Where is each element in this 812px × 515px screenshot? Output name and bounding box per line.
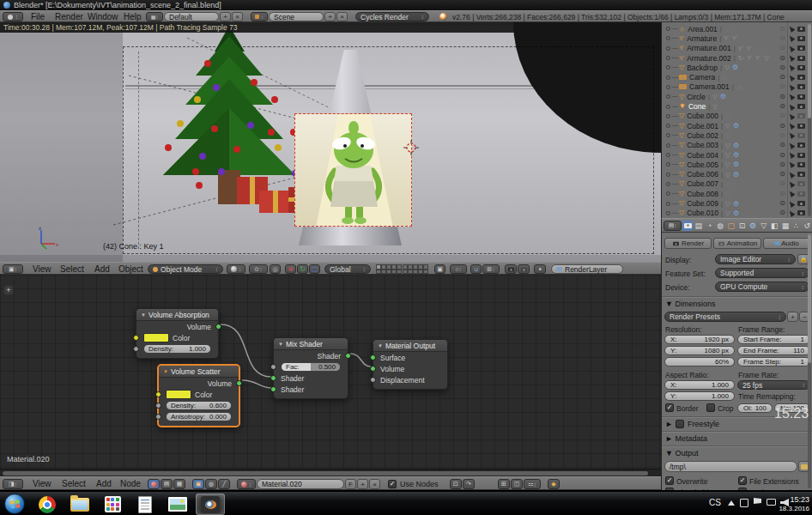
expand-toggle[interactable] — [666, 114, 670, 118]
material-name-field[interactable]: Material.020 — [257, 479, 344, 489]
outliner-item-cube003[interactable]: ▽Cube.003|▽⚙⊙ — [662, 141, 812, 150]
freestyle-panel-header[interactable]: ► — [665, 420, 673, 428]
selectability-icon[interactable] — [787, 64, 795, 71]
scene-add-button[interactable]: + — [324, 12, 336, 21]
menu-file[interactable]: File — [26, 10, 50, 23]
frame-rate-dropdown[interactable]: 25 fps↕ — [737, 380, 810, 390]
metadata-panel-header[interactable]: ► Metadata — [665, 434, 707, 443]
color-swatch[interactable] — [166, 390, 191, 399]
tree-type-shader-button[interactable] — [148, 479, 160, 489]
material-browse-dropdown[interactable]: ↕ — [237, 479, 256, 489]
material-unlink-button[interactable]: × — [369, 479, 380, 489]
outliner-item-camera[interactable]: Camera|◎⊙ — [662, 73, 812, 82]
start-button[interactable] — [4, 494, 25, 514]
tray-language-indicator[interactable]: CS — [709, 498, 721, 507]
node-volume-absorption[interactable]: ▼Volume Absorption Volume Color Density:… — [136, 308, 219, 359]
viewport-3d[interactable]: Time:00:30.28 | Mem:107.12M, Peak:107.12… — [0, 22, 661, 262]
collapse-triangle-icon[interactable]: ▼ — [378, 343, 383, 348]
tab-object-data[interactable]: ▽ — [759, 221, 769, 231]
outliner-item-armature001[interactable]: ϒArmature.001|ϒ ϒ⊙ — [662, 44, 812, 53]
end-frame-slider[interactable]: End Frame:110 — [737, 346, 810, 355]
render-visibility-icon[interactable] — [797, 172, 805, 177]
node-layers-icon[interactable]: ⚏↕ — [524, 479, 541, 489]
snap-node-toggle[interactable]: ⊡ — [450, 479, 462, 489]
dimensions-panel-header[interactable]: ▼ Dimensions — [665, 300, 715, 308]
tray-action-center-icon[interactable] — [740, 499, 748, 507]
anisotropy-slider[interactable]: Anisotropy:0.000 — [166, 412, 232, 421]
scrollbar-handle[interactable] — [3, 471, 648, 476]
manipulator-rotate-button[interactable]: ↻ — [297, 264, 308, 274]
selectability-icon[interactable] — [787, 161, 795, 168]
socket-anisotropy-in[interactable] — [155, 414, 161, 420]
expand-toggle[interactable] — [666, 191, 670, 196]
selectability-icon[interactable] — [787, 209, 795, 217]
expand-toggle[interactable] — [666, 94, 670, 99]
expand-toggle[interactable] — [666, 133, 670, 137]
placeholders-checkbox[interactable]: ✓ — [665, 488, 674, 490]
tray-flag-icon[interactable] — [754, 498, 761, 504]
editor-type-node-button[interactable]: ◨↕ — [3, 479, 23, 489]
eye-icon[interactable]: ⊙ — [779, 26, 785, 33]
expand-toggle[interactable] — [666, 143, 670, 148]
screen-layout-field[interactable]: Default — [164, 12, 219, 21]
node-editor[interactable]: + ▼Volume Absorption Volume Color Densit… — [0, 275, 661, 469]
output-path-field[interactable]: /tmp\ — [664, 461, 797, 472]
socket-displacement-in[interactable] — [370, 377, 376, 383]
expand-toggle[interactable] — [666, 153, 670, 157]
outliner-item-cone[interactable]: ▼Cone|▽⊙ — [662, 101, 812, 111]
scene-close-button[interactable]: × — [336, 12, 348, 21]
render-audio-button[interactable]: Audio — [763, 238, 810, 249]
render-visibility-icon[interactable] — [797, 181, 805, 186]
menu-window[interactable]: Window — [82, 10, 124, 23]
eye-icon[interactable]: ⊙ — [779, 64, 785, 71]
render-visibility-icon[interactable] — [797, 124, 805, 129]
render-visibility-icon[interactable] — [797, 142, 805, 148]
editor-type-info-button[interactable]: ↕ — [3, 12, 23, 21]
socket-shader1-in[interactable] — [270, 375, 276, 381]
expand-toggle[interactable] — [666, 182, 670, 186]
shader-context-world-button[interactable]: ◍ — [205, 479, 217, 489]
overwrite-checkbox[interactable]: ✓ — [665, 476, 674, 485]
render-visibility-icon[interactable] — [797, 75, 805, 80]
socket-shader-out[interactable] — [345, 353, 351, 359]
taskbar-explorer-button[interactable] — [65, 494, 94, 515]
render-visibility-icon[interactable] — [797, 36, 805, 41]
socket-color-in[interactable] — [155, 391, 161, 397]
outliner-item-cube005[interactable]: ▽Cube.005|▽⚙⊙ — [662, 160, 812, 169]
tab-scene[interactable]: ◔ — [705, 221, 715, 231]
outliner-item-cube000[interactable]: ▽Cube.000|▽⊙ — [662, 112, 812, 121]
expand-toggle[interactable] — [666, 46, 670, 51]
expand-toggle[interactable] — [666, 85, 670, 89]
scene-icon-button[interactable]: ↕ — [251, 12, 268, 21]
menu-add[interactable]: Add — [89, 263, 115, 276]
frame-step-slider[interactable]: Frame Step:1 — [737, 357, 810, 367]
render-engine-dropdown[interactable]: Cycles Render↕ — [355, 12, 429, 21]
density-slider[interactable]: Density:1.000 — [143, 344, 211, 354]
properties-panel[interactable]: Render Animation Audio Display: Image Ed… — [661, 233, 812, 490]
collapse-triangle-icon[interactable]: ▼ — [278, 342, 283, 347]
start-frame-slider[interactable]: Start Frame:1 — [737, 335, 810, 344]
color-swatch[interactable] — [143, 333, 169, 342]
tab-render-layers[interactable]: ▤ — [694, 221, 704, 231]
eye-icon[interactable]: ⊙ — [779, 132, 785, 139]
tab-object[interactable]: ▢ — [726, 221, 736, 231]
menu-node[interactable]: Node — [115, 477, 146, 490]
collapse-triangle-icon[interactable]: ▼ — [163, 369, 168, 374]
outliner-item-cube007[interactable]: ▽Cube.007|▽⊙ — [662, 179, 812, 189]
pause-render-button[interactable]: ⏸ — [534, 264, 546, 274]
collapse-triangle-icon[interactable]: ▼ — [141, 312, 146, 318]
node-material-output[interactable]: ▼Material Output Surface Volume Displace… — [373, 339, 448, 390]
node-mix-shader[interactable]: ▼Mix Shader Shader Fac:0.500 Shader Shad… — [273, 337, 348, 399]
eye-icon[interactable]: ⊙ — [779, 180, 785, 187]
socket-density-in[interactable] — [155, 403, 161, 409]
eye-icon[interactable]: ⊙ — [779, 171, 785, 178]
aspect-y-slider[interactable]: Y:1.000 — [664, 391, 735, 401]
screen-layout-icon-button[interactable]: ▦↕ — [146, 12, 163, 21]
manipulator-translate-button[interactable]: ⊕ — [285, 264, 296, 274]
backdrop-zoom-icons[interactable]: ⊞ — [498, 479, 510, 489]
outliner-item-cube002[interactable]: ▽Cube.002|▽⊙ — [662, 130, 812, 140]
expand-toggle[interactable] — [666, 56, 670, 60]
socket-volume-in[interactable] — [370, 366, 376, 372]
selectability-icon[interactable] — [787, 122, 795, 130]
layers-widget[interactable] — [376, 264, 428, 274]
